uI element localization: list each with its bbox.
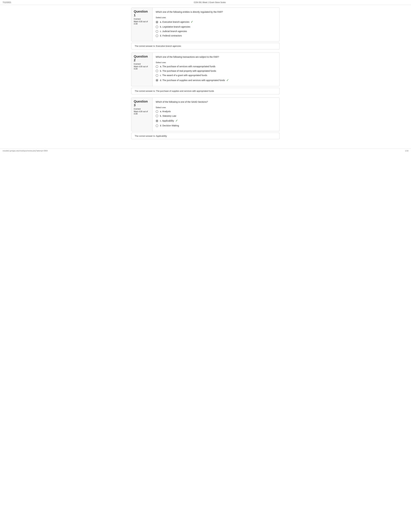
check-icon-2-4: ✓ [226,78,229,82]
option-label-2-1: a. The purchase of services with nonappr… [160,65,215,68]
option-label-1-3: c. Judicial branch agencies [160,30,187,33]
question-text-2: Which one of the following transactions … [156,55,276,59]
question-text-1: Which one of the following entities is d… [156,10,276,14]
option-label-3-2: b. Statutory Law [160,114,176,118]
question-label-2: Question 2 [134,55,150,62]
question-mark-1: Mark 4.00 out of 4.00 [134,20,150,25]
answer-block-3: The correct answer is: Applicability [131,133,280,139]
select-label-1: Select one: [156,16,276,19]
question-status-3: Correct [134,108,150,110]
radio-1-3[interactable] [156,30,158,33]
option-list-1: a. Executive branch agencies✓b. Legislat… [156,20,276,38]
page-header: 7/12/2021 CON 091 Week 1 Exam Steve Sosk… [0,0,411,5]
question-status-2: Correct [134,63,150,65]
option-list-2: a. The purchase of services with nonappr… [156,65,276,82]
radio-2-2[interactable] [156,70,158,72]
header-title: CON 091 Week 1 Exam Steve Sosko [11,1,408,4]
option-3-2[interactable]: b. Statutory Law [156,114,276,118]
answer-block-1: The correct answer is: Executive branch … [131,43,280,49]
footer-url: moodle2.gmigau.edu/mod/quiz/review.php?a… [3,150,48,152]
footer-page: 1/16 [405,150,408,152]
option-2-3[interactable]: c. The award of a grant with appropriate… [156,74,276,77]
option-1-1[interactable]: a. Executive branch agencies✓ [156,20,276,24]
question-status-1: Correct [134,18,150,20]
radio-3-1[interactable] [156,110,158,113]
option-label-3-1: a. Analysis [160,110,171,113]
radio-2-3[interactable] [156,74,158,77]
option-1-3[interactable]: c. Judicial branch agencies [156,30,276,33]
option-list-3: a. Analysisb. Statutory Lawc. Applicabil… [156,110,276,127]
option-1-4[interactable]: d. Federal contractors [156,34,276,38]
question-sidebar-1: Question 1CorrectMark 4.00 out of 4.00 [131,8,152,41]
option-2-4[interactable]: d. The purchase of supplies and services… [156,78,276,82]
option-3-3[interactable]: c. Applicability✓ [156,119,276,123]
option-label-2-3: c. The award of a grant with appropriate… [160,74,207,77]
answer-block-2: The correct answer is: The purchase of s… [131,88,280,94]
option-2-1[interactable]: a. The purchase of services with nonappr… [156,65,276,68]
question-body-3: Which of the following is one of the SAA… [152,98,280,131]
option-2-2[interactable]: b. The purchase of real property with ap… [156,69,276,73]
header-date: 7/12/2021 [3,1,11,4]
radio-3-2[interactable] [156,115,158,117]
option-3-1[interactable]: a. Analysis [156,110,276,113]
select-label-3: Select one: [156,106,276,109]
option-label-3-4: d. Decision Making [160,124,179,127]
option-label-1-1: a. Executive branch agencies [160,20,189,24]
option-label-1-4: d. Federal contractors [160,34,182,38]
option-3-4[interactable]: d. Decision Making [156,124,276,127]
question-block-2: Question 2CorrectMark 4.00 out of 4.00Wh… [131,53,280,86]
question-label-3: Question 3 [134,100,150,107]
radio-1-4[interactable] [156,35,158,37]
question-text-3: Which of the following is one of the SAA… [156,100,276,104]
radio-1-2[interactable] [156,26,158,28]
question-body-2: Which one of the following transactions … [152,53,280,86]
question-sidebar-3: Question 3CorrectMark 4.00 out of 4.00 [131,98,152,131]
check-icon-3-3: ✓ [175,119,178,123]
question-block-3: Question 3CorrectMark 4.00 out of 4.00Wh… [131,97,280,131]
radio-2-1[interactable] [156,65,158,68]
main-content: Question 1CorrectMark 4.00 out of 4.00Wh… [128,5,283,145]
radio-1-1[interactable] [156,21,158,23]
option-1-2[interactable]: b. Legislative branch agencies [156,25,276,28]
radio-3-4[interactable] [156,124,158,127]
option-label-2-4: d. The purchase of supplies and services… [160,79,225,82]
option-label-2-2: b. The purchase of real property with ap… [160,69,216,73]
option-label-1-2: b. Legislative branch agencies [160,25,190,28]
radio-3-3[interactable] [156,120,158,122]
select-label-2: Select one: [156,61,276,64]
check-icon-1-1: ✓ [191,20,193,24]
option-label-3-3: c. Applicability [160,119,174,123]
question-block-1: Question 1CorrectMark 4.00 out of 4.00Wh… [131,8,280,41]
question-body-1: Which one of the following entities is d… [152,8,280,41]
question-sidebar-2: Question 2CorrectMark 4.00 out of 4.00 [131,53,152,86]
question-label-1: Question 1 [134,10,150,17]
question-mark-3: Mark 4.00 out of 4.00 [134,110,150,115]
page-footer: moodle2.gmigau.edu/mod/quiz/review.php?a… [0,148,411,153]
radio-2-4[interactable] [156,79,158,82]
question-mark-2: Mark 4.00 out of 4.00 [134,66,150,70]
